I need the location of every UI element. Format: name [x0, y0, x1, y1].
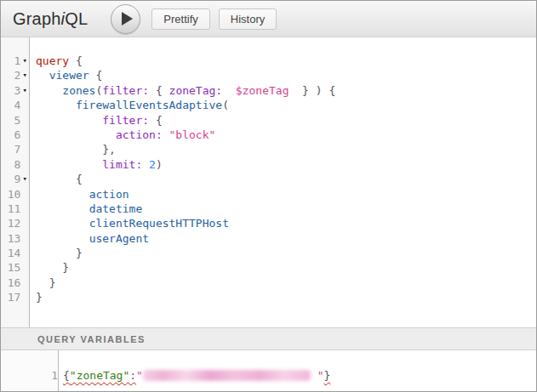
query-editor-code[interactable]: query { viewer { zones(filter: { zoneTag… [31, 37, 536, 327]
code-line[interactable]: clientRequestHTTPHost [36, 216, 536, 230]
code-line[interactable]: action [36, 187, 536, 202]
code-token [36, 99, 76, 111]
variables-gutter: 1 [1, 350, 59, 391]
line-number: 11 [1, 202, 20, 216]
logo-text: Graph [13, 9, 61, 28]
fold-arrow-icon[interactable]: ▾ [20, 68, 29, 82]
line-number: 10 [1, 187, 20, 202]
code-line[interactable]: } [36, 290, 536, 304]
code-token: "block" [169, 128, 216, 141]
code-line[interactable]: } [36, 276, 536, 290]
code-line[interactable]: datetime [36, 202, 536, 216]
history-button[interactable]: History [219, 9, 277, 30]
line-number: 9 [1, 172, 20, 186]
code-line[interactable]: zones(filter: { zoneTag: $zoneTag } ) { [36, 83, 536, 98]
fold-arrow-icon[interactable]: ▾ [20, 83, 29, 98]
code-token [142, 158, 149, 171]
fold-spacer [20, 98, 29, 112]
code-line[interactable]: firewallEventsAdaptive( [36, 98, 536, 112]
variables-title: QUERY VARIABLES [37, 334, 146, 344]
code-line[interactable]: action: "block" [36, 128, 536, 142]
code-token: filter: [102, 114, 149, 127]
gutter-row: 14 [1, 246, 29, 260]
code-token: { [149, 84, 169, 97]
code-token: { [89, 69, 103, 82]
line-number: 1 [9, 368, 58, 383]
gutter-row: 13 [1, 231, 29, 246]
code-token: { [149, 114, 163, 127]
code-token: clientRequestHTTPHost [89, 217, 229, 230]
code-token: ( [222, 99, 229, 111]
line-number: 13 [1, 231, 20, 246]
code-line[interactable]: filter: { [36, 113, 536, 128]
execute-query-button[interactable] [111, 4, 140, 34]
code-token: { [63, 369, 70, 382]
fold-spacer [20, 276, 29, 290]
gutter-row: 12 [1, 216, 29, 230]
gutter-row: 16 [1, 276, 29, 290]
code-token: query [36, 54, 69, 67]
code-token [36, 69, 49, 82]
code-token: viewer [49, 69, 89, 82]
code-token [36, 158, 102, 171]
gutter-row: 1▾ [1, 54, 29, 68]
line-number: 4 [1, 98, 20, 112]
graphiql-window: GraphiQL Prettify History 1▾2▾3▾456789▾1… [0, 0, 537, 392]
code-token: action [89, 188, 129, 201]
fold-spacer [20, 128, 29, 142]
code-token: } [324, 369, 331, 382]
gutter-row: 4 [1, 98, 29, 112]
code-token: 2 [149, 158, 156, 171]
fold-arrow-icon[interactable]: ▾ [20, 172, 29, 186]
code-token: limit: [102, 158, 142, 171]
code-token: $zoneTag [236, 84, 289, 97]
gutter-row: 3▾ [1, 83, 29, 98]
fold-spacer [20, 246, 29, 260]
code-token: } ) { [288, 84, 335, 97]
logo-text-end: QL [65, 9, 88, 28]
code-token: } [36, 276, 55, 289]
code-token: userAgent [89, 232, 149, 245]
variables-header-bar[interactable]: QUERY VARIABLES [1, 327, 536, 350]
query-editor[interactable]: 1▾2▾3▾456789▾1011121314151617 query { vi… [1, 37, 536, 327]
code-token [36, 232, 89, 245]
code-token: zones [62, 84, 95, 97]
code-token: datetime [89, 202, 143, 215]
gutter-row: 2▾ [1, 68, 29, 82]
line-number: 7 [1, 142, 20, 156]
code-line[interactable]: }, [36, 142, 536, 156]
gutter-row: 10 [1, 187, 29, 202]
code-token: { [36, 173, 83, 185]
code-token: } [36, 261, 69, 274]
code-token: zoneTag: [169, 84, 223, 97]
prettify-button[interactable]: Prettify [151, 9, 209, 30]
code-token [222, 84, 236, 97]
code-line[interactable]: } [36, 246, 536, 260]
line-number: 17 [1, 290, 20, 304]
variables-editor[interactable]: 1 {"zoneTag":" "} [1, 350, 536, 391]
code-line[interactable]: viewer { [36, 68, 536, 82]
code-token [36, 217, 89, 230]
line-number: 2 [1, 68, 20, 82]
line-number: 8 [1, 157, 20, 172]
fold-spacer [20, 142, 29, 156]
code-token: " [311, 369, 324, 382]
code-token: : [129, 369, 136, 382]
code-line[interactable]: { [36, 172, 536, 186]
gutter-row: 5 [1, 113, 29, 128]
line-number: 5 [1, 113, 20, 128]
line-number: 14 [1, 246, 20, 260]
fold-spacer [20, 202, 29, 216]
fold-arrow-icon[interactable]: ▾ [20, 54, 29, 68]
code-line[interactable]: userAgent [36, 231, 536, 246]
code-token [36, 114, 102, 127]
gutter-row: 7 [1, 142, 29, 156]
code-line[interactable]: query { [36, 54, 536, 68]
gutter-row: 9▾ [1, 172, 29, 186]
variables-code[interactable]: {"zoneTag":" "} [60, 350, 536, 391]
code-token [36, 84, 62, 97]
code-line[interactable]: limit: 2) [36, 157, 536, 172]
code-token: " [136, 369, 143, 382]
code-token: { [69, 54, 83, 67]
code-line[interactable]: } [36, 260, 536, 275]
